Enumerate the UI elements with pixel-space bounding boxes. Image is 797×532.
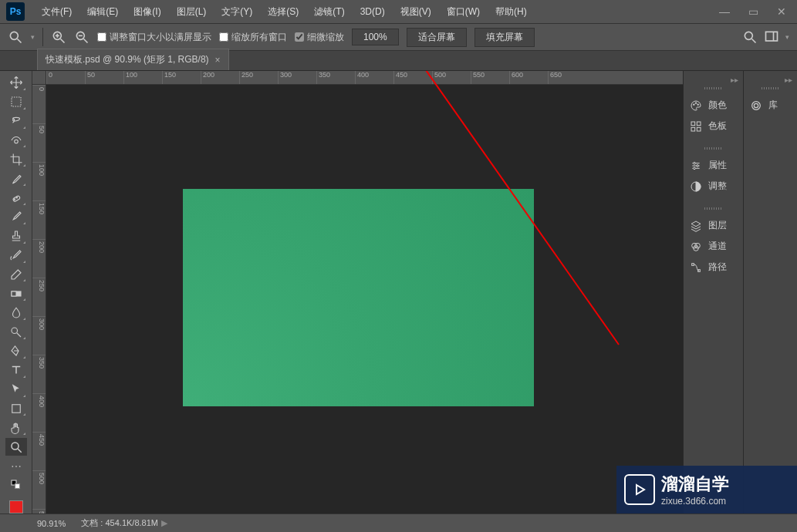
channels-panel-label: 通道 <box>708 240 727 253</box>
menu-layer[interactable]: 图层(L) <box>169 2 214 22</box>
svg-point-38 <box>697 164 699 167</box>
zoom-in-button[interactable] <box>51 29 66 45</box>
move-tool[interactable] <box>5 74 27 92</box>
svg-point-46 <box>752 101 761 109</box>
svg-point-27 <box>694 103 695 105</box>
maximize-button[interactable]: ▭ <box>744 4 763 19</box>
search-icon[interactable] <box>742 29 758 45</box>
eyedropper-tool[interactable] <box>5 170 27 187</box>
paths-panel-label: 路径 <box>708 261 727 274</box>
zoom-all-checkbox[interactable]: 缩放所有窗口 <box>219 31 287 44</box>
collapse-panels-icon-2[interactable]: ▸▸ <box>744 76 797 87</box>
close-button[interactable]: ✕ <box>772 4 791 19</box>
menu-edit[interactable]: 编辑(E) <box>79 2 126 22</box>
menu-help[interactable]: 帮助(H) <box>488 2 535 22</box>
zoom-out-button[interactable] <box>74 29 89 45</box>
color-panel-button[interactable]: 颜色 <box>684 95 743 116</box>
lasso-tool[interactable] <box>5 113 27 130</box>
menu-view[interactable]: 视图(V) <box>393 2 439 22</box>
shape-tool[interactable] <box>5 400 27 418</box>
menu-filter[interactable]: 滤镜(T) <box>306 2 352 22</box>
properties-panel-button[interactable]: 属性 <box>684 155 743 176</box>
minimize-button[interactable]: — <box>714 4 735 19</box>
svg-rect-30 <box>691 122 695 126</box>
adjustments-panel-button[interactable]: 调整 <box>684 176 743 197</box>
svg-line-7 <box>84 39 88 43</box>
ps-logo: Ps <box>6 2 25 21</box>
toolbox: ⋯ <box>0 71 32 513</box>
svg-point-16 <box>14 198 15 200</box>
ruler-horizontal[interactable]: 050100150200250300350400450500550600650 <box>46 71 683 85</box>
tool-preset-dropdown[interactable]: ▾ <box>31 33 35 41</box>
layers-panel-button[interactable]: 图层 <box>684 215 743 236</box>
history-brush-tool[interactable] <box>5 247 27 264</box>
edit-toolbar[interactable]: ⋯ <box>5 457 27 475</box>
zoom-tool[interactable] <box>5 438 27 456</box>
status-doc-size[interactable]: 文档 : 454.1K/8.81M▶ <box>81 517 167 529</box>
marquee-tool[interactable] <box>5 93 27 111</box>
channels-panel-button[interactable]: 通道 <box>684 236 743 257</box>
zoom-100-button[interactable]: 100% <box>352 29 399 45</box>
document-tab[interactable]: 快速模板.psd @ 90.9% (矩形 1, RGB/8) × <box>37 49 229 70</box>
default-colors-icon[interactable] <box>5 476 27 494</box>
resize-windows-checkbox[interactable]: 调整窗口大小以满屏显示 <box>97 31 211 44</box>
watermark-logo-icon <box>624 474 655 505</box>
properties-panel-label: 属性 <box>708 159 727 172</box>
dodge-tool[interactable] <box>5 323 27 341</box>
menu-window[interactable]: 窗口(W) <box>439 2 488 22</box>
hand-tool[interactable] <box>5 419 27 436</box>
adjustments-panel-label: 调整 <box>708 180 727 193</box>
svg-rect-25 <box>15 484 19 489</box>
quick-select-tool[interactable] <box>5 132 27 150</box>
svg-point-9 <box>745 32 752 39</box>
pen-tool[interactable] <box>5 342 27 360</box>
svg-rect-21 <box>12 405 20 413</box>
svg-rect-13 <box>12 97 21 106</box>
eraser-tool[interactable] <box>5 266 27 284</box>
svg-point-17 <box>16 197 18 198</box>
document-canvas[interactable] <box>183 189 534 406</box>
status-zoom[interactable]: 90.91% <box>37 519 66 528</box>
foreground-color-swatch[interactable] <box>9 500 23 513</box>
fit-screen-button[interactable]: 适合屏幕 <box>407 28 467 47</box>
healing-tool[interactable] <box>5 189 27 207</box>
workspace-switcher-icon[interactable] <box>764 29 779 45</box>
brush-tool[interactable] <box>5 208 27 226</box>
blur-tool[interactable] <box>5 304 27 322</box>
ruler-vertical[interactable]: 050100150200250300350400450500550 <box>32 85 46 513</box>
menu-type[interactable]: 文字(Y) <box>214 2 260 22</box>
svg-point-37 <box>694 162 696 164</box>
workspace-dropdown[interactable]: ▾ <box>785 33 789 41</box>
menu-3d[interactable]: 3D(D) <box>353 3 393 20</box>
menu-file[interactable]: 文件(F) <box>34 2 79 22</box>
scrubby-zoom-checkbox[interactable]: 细微缩放 <box>295 31 344 44</box>
path-select-tool[interactable] <box>5 381 27 399</box>
canvas-area[interactable]: 050100150200250300350400450500550600650 … <box>32 71 683 513</box>
collapse-panels-icon[interactable]: ▸▸ <box>684 76 743 87</box>
svg-point-20 <box>12 328 18 334</box>
svg-line-3 <box>61 39 65 43</box>
svg-point-14 <box>14 140 18 143</box>
document-tab-close[interactable]: × <box>215 55 221 66</box>
fill-screen-button[interactable]: 填充屏幕 <box>474 28 535 47</box>
type-tool[interactable] <box>5 362 27 379</box>
library-panel-button[interactable]: 库 <box>744 95 797 116</box>
crop-tool[interactable] <box>5 150 27 168</box>
menu-image[interactable]: 图像(I) <box>126 2 168 22</box>
ruler-origin[interactable] <box>32 71 46 85</box>
stamp-tool[interactable] <box>5 227 27 245</box>
paths-panel-button[interactable]: 路径 <box>684 257 743 278</box>
gradient-tool[interactable] <box>5 285 27 302</box>
zoom-all-label: 缩放所有窗口 <box>231 31 287 44</box>
watermark: 溜溜自学 zixue.3d66.com <box>616 466 797 513</box>
scrubby-zoom-label: 细微缩放 <box>307 31 344 44</box>
layers-panel-label: 图层 <box>708 219 727 232</box>
svg-line-10 <box>752 39 756 43</box>
svg-rect-11 <box>766 32 778 41</box>
swatches-panel-button[interactable]: 色板 <box>684 116 743 136</box>
menu-select[interactable]: 选择(S) <box>260 2 306 22</box>
svg-marker-48 <box>637 485 644 494</box>
svg-point-39 <box>694 167 696 170</box>
resize-windows-label: 调整窗口大小以满屏显示 <box>110 31 211 44</box>
svg-rect-33 <box>697 127 701 131</box>
